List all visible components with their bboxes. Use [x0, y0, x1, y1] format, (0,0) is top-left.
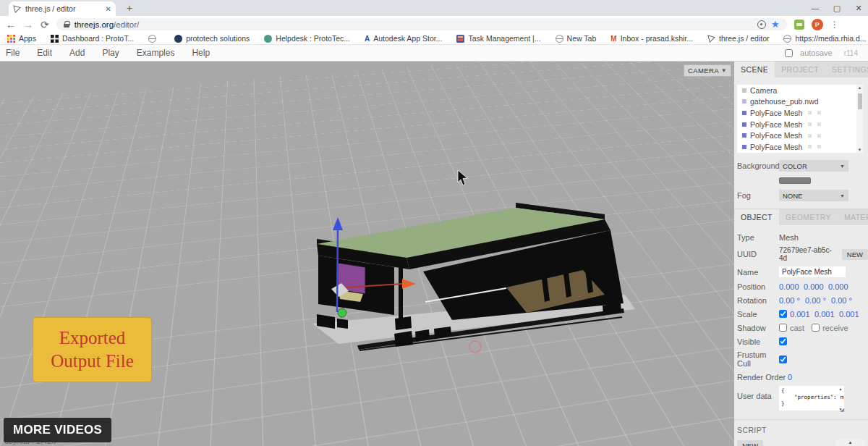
gizmo-origin-handle[interactable] [338, 308, 346, 317]
new-tab-button[interactable]: + [123, 2, 136, 15]
user-data-label: User data [737, 386, 779, 400]
tab-settings[interactable]: SETTINGS [825, 62, 868, 77]
position-z[interactable]: 0.000 [828, 282, 853, 291]
bookmark-item[interactable]: three.js / editor [707, 34, 769, 43]
bookmark-item[interactable]: https://media.rhia.d... [783, 34, 866, 43]
scroll-up-icon[interactable]: ▲ [839, 387, 843, 391]
scene-outliner[interactable]: Camera gatehouse_pub.nwd PolyFace Mesh P… [737, 85, 863, 153]
render-order-value[interactable]: 0 [788, 373, 812, 382]
user-data-textarea[interactable]: { "properties": null } [779, 386, 844, 411]
scale-z[interactable]: 0.001 [839, 310, 864, 319]
geometry-icon [808, 122, 812, 126]
outliner-item-mesh[interactable]: PolyFace Mesh [737, 107, 863, 119]
bookmark-star-icon[interactable]: ★ [771, 19, 780, 30]
rotation-z[interactable]: 0.00 ° [831, 296, 857, 305]
background-color-swatch[interactable] [779, 177, 811, 184]
tab-geometry[interactable]: GEOMETRY [779, 209, 838, 225]
position-x[interactable]: 0.000 [779, 282, 804, 291]
revision-label: r114 [844, 49, 858, 57]
menu-file[interactable]: File [6, 48, 20, 58]
gizmo-y-arrowhead[interactable] [333, 217, 343, 230]
bookmark-item-apps[interactable]: Apps [7, 34, 36, 43]
outliner-scrollbar[interactable]: ▲ ▼ [856, 85, 863, 153]
mesh-icon [742, 122, 746, 127]
gizmo-x-arrowhead[interactable] [402, 279, 416, 289]
scale-lock-checkbox[interactable] [779, 310, 787, 318]
extension-icon[interactable] [794, 20, 804, 30]
geometry-icon [808, 145, 812, 148]
bookmark-item[interactable]: Task Management |... [456, 34, 540, 43]
shadow-receive-label: receive [822, 324, 848, 332]
scroll-down-icon[interactable]: ▼ [856, 148, 863, 152]
outliner-item-mesh[interactable]: PolyFace Mesh [737, 141, 863, 153]
rotation-y[interactable]: 0.00 ° [805, 296, 831, 305]
more-videos-button[interactable]: MORE VIDEOS [4, 418, 111, 442]
tab-project[interactable]: PROJECT [775, 62, 825, 77]
menu-edit[interactable]: Edit [37, 48, 52, 58]
browser-menu-icon[interactable]: ⋮ [830, 20, 839, 30]
visible-checkbox[interactable] [779, 337, 787, 345]
panel-scroll-button[interactable]: ▲ [835, 439, 865, 446]
fog-select[interactable]: NONE ▼ [779, 190, 848, 201]
scrollbar-thumb[interactable] [858, 93, 862, 109]
geometry-icon [808, 134, 812, 138]
position-y[interactable]: 0.000 [804, 282, 828, 291]
bookmark-item[interactable] [148, 35, 160, 43]
tab-scene[interactable]: SCENE [734, 62, 775, 77]
outliner-item-camera[interactable]: Camera [737, 85, 863, 96]
refresh-icon[interactable]: ⟳ [41, 19, 49, 30]
back-icon[interactable]: ← [6, 19, 16, 30]
tab-material[interactable]: MATERIAL [838, 209, 868, 225]
model-post-foot [395, 316, 412, 330]
scale-x[interactable]: 0.001 [790, 310, 814, 319]
outliner-item-group[interactable]: gatehouse_pub.nwd [737, 96, 863, 108]
window-minimize-button[interactable]: — [810, 4, 820, 12]
menu-play[interactable]: Play [102, 48, 119, 58]
page-action-icon[interactable] [757, 20, 766, 29]
3d-viewport[interactable]: CAMERA ▼ Exported Output File objects : … [0, 62, 734, 446]
menu-help[interactable]: Help [192, 48, 210, 58]
globe-icon [556, 35, 563, 43]
shadow-receive-checkbox[interactable] [812, 324, 820, 332]
background-select[interactable]: COLOR ▼ [779, 160, 848, 172]
tab-object[interactable]: OBJECT [734, 209, 779, 225]
bookmark-item[interactable]: Helpdesk : ProtoTec... [264, 34, 350, 43]
visible-label: Visible [737, 337, 779, 346]
rotation-x[interactable]: 0.00 ° [779, 296, 805, 305]
bookmark-item[interactable]: prototech solutions [174, 34, 250, 43]
bookmark-item[interactable]: New Tab [556, 34, 597, 43]
scroll-up-icon[interactable]: ▲ [856, 85, 863, 90]
bookmarks-bar: Apps Dashboard : ProtoT... prototech sol… [0, 33, 868, 45]
uuid-new-button[interactable]: NEW [842, 249, 868, 260]
name-input[interactable] [779, 266, 846, 277]
material-icon [817, 122, 821, 126]
tab-close-icon[interactable]: ✕ [106, 5, 111, 13]
bookmark-item[interactable]: Dashboard : ProtoT... [51, 34, 134, 43]
outliner-item-mesh[interactable]: PolyFace Mesh [737, 130, 863, 141]
shadow-cast-checkbox[interactable] [779, 324, 787, 332]
frustum-cull-checkbox[interactable] [779, 355, 787, 363]
browser-toolbar: ← → ⟳ threejs.org/editor/ ★ P ⋮ [0, 16, 868, 33]
scale-y[interactable]: 0.001 [814, 310, 839, 319]
3d-scene[interactable] [0, 62, 734, 446]
window-close-button[interactable]: ✕ [854, 4, 864, 13]
camera-select[interactable]: CAMERA ▼ [684, 64, 731, 77]
menu-examples[interactable]: Examples [137, 48, 175, 58]
autosave-checkbox[interactable] [785, 49, 793, 57]
gizmo-y-axis[interactable] [337, 229, 338, 312]
window-maximize-button[interactable]: ▢ [832, 4, 842, 13]
resize-grip-icon[interactable]: ◢ [841, 407, 844, 413]
outliner-item-mesh[interactable]: PolyFace Mesh [737, 119, 863, 130]
bookmark-item[interactable]: A Autodesk App Stor... [365, 34, 442, 43]
menu-add[interactable]: Add [69, 48, 85, 58]
script-new-button[interactable]: NEW [737, 440, 763, 446]
type-value: Mesh [779, 233, 799, 242]
browser-tab[interactable]: three.js / editor ✕ [9, 1, 116, 16]
bookmark-item[interactable]: M Inbox - prasad.kshir... [610, 34, 693, 43]
editor-side-panel: SCENE PROJECT SETTINGS Camera gatehouse_… [734, 62, 868, 446]
forward-icon[interactable]: → [23, 19, 33, 30]
object-properties: Type Mesh UUID 72679ee7-ab5c-4d NEW Name… [734, 225, 868, 419]
address-bar[interactable]: threejs.org/editor/ ★ [56, 18, 787, 30]
profile-avatar[interactable]: P [812, 19, 823, 30]
position-label: Position [737, 282, 779, 291]
